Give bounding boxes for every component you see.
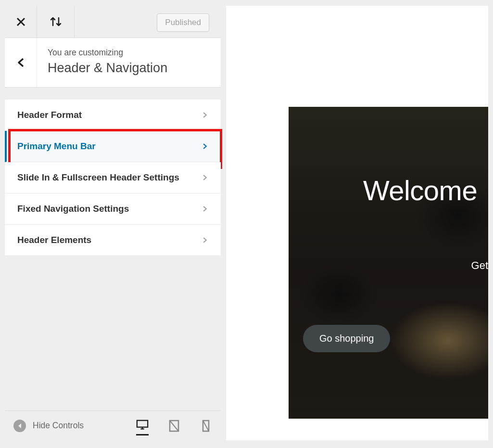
customizing-label: You are customizing bbox=[48, 48, 210, 58]
menu-item-slide-in-fullscreen[interactable]: Slide In & Fullscreen Header Settings bbox=[5, 162, 221, 193]
chevron-left-icon bbox=[17, 57, 25, 68]
preview-area: Welcome Get Go shopping bbox=[226, 6, 488, 440]
menu-item-label: Fixed Navigation Settings bbox=[17, 204, 129, 214]
sort-button[interactable] bbox=[37, 6, 75, 38]
hero-subtitle: Get bbox=[471, 259, 488, 272]
menu-item-header-elements[interactable]: Header Elements bbox=[5, 225, 221, 256]
svg-rect-0 bbox=[137, 421, 148, 427]
tablet-view-button[interactable] bbox=[168, 416, 180, 435]
header-text: You are customizing Header & Navigation bbox=[37, 38, 221, 87]
menu-item-header-format[interactable]: Header Format bbox=[5, 100, 221, 131]
chevron-right-icon bbox=[202, 143, 208, 150]
hide-controls-button[interactable]: Hide Controls bbox=[13, 420, 84, 432]
mobile-icon bbox=[202, 420, 210, 432]
device-buttons bbox=[136, 416, 212, 435]
close-button[interactable] bbox=[5, 6, 37, 38]
chevron-right-icon bbox=[202, 112, 208, 118]
menu-item-label: Header Elements bbox=[17, 235, 91, 245]
collapse-icon bbox=[13, 420, 26, 432]
desktop-view-button[interactable] bbox=[136, 416, 149, 435]
chevron-right-icon bbox=[202, 237, 208, 243]
back-button[interactable] bbox=[5, 38, 37, 87]
menu-item-label: Slide In & Fullscreen Header Settings bbox=[17, 172, 179, 183]
hero-section: Welcome Get Go shopping bbox=[289, 107, 488, 419]
menu-item-fixed-nav[interactable]: Fixed Navigation Settings bbox=[5, 193, 221, 225]
hide-controls-label: Hide Controls bbox=[33, 421, 84, 431]
sort-icon bbox=[49, 16, 63, 27]
tablet-icon bbox=[169, 420, 179, 432]
hero-title: Welcome bbox=[363, 174, 488, 206]
menu-item-primary-menu-bar[interactable]: Primary Menu Bar bbox=[5, 131, 221, 162]
chevron-right-icon bbox=[202, 205, 208, 212]
top-toolbar: Published bbox=[5, 6, 221, 38]
section-header: You are customizing Header & Navigation bbox=[5, 38, 221, 88]
mobile-view-button[interactable] bbox=[200, 416, 212, 435]
go-shopping-button[interactable]: Go shopping bbox=[303, 325, 390, 352]
section-title: Header & Navigation bbox=[48, 61, 210, 76]
customizer-sidebar: Published You are customizing Header & N… bbox=[5, 6, 221, 440]
bottom-bar: Hide Controls bbox=[5, 410, 221, 440]
menu-item-label: Primary Menu Bar bbox=[17, 141, 96, 152]
chevron-right-icon bbox=[202, 174, 208, 181]
menu-list: Header Format Primary Menu Bar Slide In … bbox=[5, 100, 221, 256]
close-icon bbox=[16, 17, 25, 26]
desktop-icon bbox=[136, 419, 149, 431]
published-button[interactable]: Published bbox=[157, 13, 209, 32]
menu-item-label: Header Format bbox=[17, 110, 82, 120]
